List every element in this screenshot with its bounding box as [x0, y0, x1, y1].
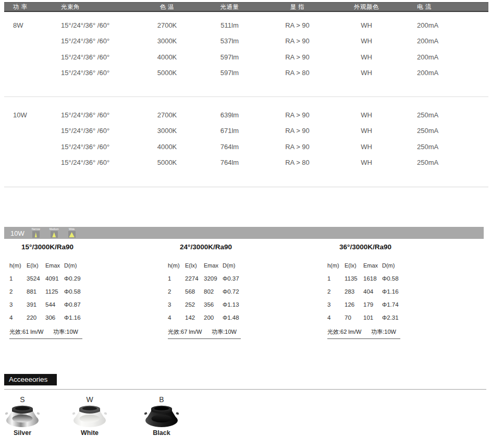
cell-appearance: WH — [333, 69, 400, 77]
accessory-code: S — [5, 395, 40, 404]
beam-icon-label: Wide — [69, 227, 75, 231]
beam-icon-label: Medium — [50, 227, 59, 231]
photometric-section: 10W Narrow Medium Wide 15°/3000K/Ra90 — [4, 227, 488, 342]
ph-col-d: D(m) — [223, 262, 244, 269]
cell-flux: 537lm — [197, 37, 262, 45]
cell-cri: RA > 80 — [262, 69, 333, 77]
accessory-label: Black — [144, 429, 179, 437]
power-value: 功率:10W — [53, 328, 82, 336]
ph-cell: Φ0.29 — [64, 275, 85, 282]
cell-flux: 597lm — [197, 69, 262, 77]
col-header-beam-angle: 光束角 — [54, 3, 137, 11]
ph-cell: 544 — [45, 301, 64, 308]
narrow-beam-icon: Narrow — [32, 227, 40, 238]
spec-table-section: 功 率 光束角 色 温 光通量 显 指 外观颜色 电 流 8W 15°/24°/… — [4, 2, 488, 81]
ph-cell: 4 — [168, 314, 185, 321]
ph-cell: 568 — [185, 288, 204, 295]
ph-cell: 126 — [345, 301, 363, 308]
ph-cell: 356 — [204, 301, 223, 308]
ph-cell: 70 — [345, 314, 363, 321]
beam-cone-icon — [68, 231, 76, 238]
table-row: 15°/24°/36° /60° 4000K 764lm RA > 90 WH … — [4, 139, 488, 155]
beam-icon-label: Narrow — [32, 227, 40, 231]
ph-cell: 142 — [185, 314, 204, 321]
cell-cri: RA > 90 — [262, 37, 333, 45]
accessory-label: White — [72, 429, 107, 437]
medium-beam-icon: Medium — [50, 227, 59, 238]
col-header-appearance: 外观颜色 — [333, 3, 400, 11]
col-header-cri: 显 指 — [262, 3, 333, 11]
photometric-grid: h(m) E(lx) Emax D(m) 1 2274 3209 Φ0.37 2… — [168, 259, 244, 324]
cell-flux: 597lm — [197, 53, 262, 61]
col-header-flux: 光通量 — [197, 3, 262, 11]
ph-cell: 1618 — [363, 275, 382, 282]
power-banner-label: 10W — [10, 229, 24, 237]
photometric-grid: h(m) E(lx) Emax D(m) 1 1135 1618 Φ0.58 2… — [327, 259, 403, 324]
ph-cell: Φ2.31 — [382, 314, 403, 321]
power-value: 功率:10W — [371, 328, 400, 336]
table-row: 15°/24°/36° /60° 3000K 671lm RA > 90 WH … — [4, 123, 488, 139]
cell-appearance: WH — [333, 159, 400, 166]
ph-cell: Φ1.16 — [382, 288, 403, 295]
ph-cell: 220 — [27, 314, 45, 321]
ph-cell: 391 — [27, 301, 45, 308]
ph-cell: Φ0.37 — [223, 275, 244, 282]
ph-cell: 306 — [45, 314, 64, 321]
cell-appearance: WH — [333, 53, 400, 61]
ph-cell: 1 — [168, 275, 185, 282]
table-row: 8W 15°/24°/36° /60° 2700K 511lm RA > 90 … — [4, 17, 488, 33]
accessory-code: W — [72, 395, 107, 404]
table-row: 15°/24°/36° /60° 5000K 597lm RA > 80 WH … — [4, 65, 488, 81]
ph-cell: 3209 — [204, 275, 223, 282]
photometric-table-title: 36°/3000K/Ra90 — [327, 243, 403, 251]
cell-cct: 5000K — [137, 69, 197, 77]
beam-cone-icon — [51, 231, 58, 238]
ph-col-d: D(m) — [382, 262, 403, 269]
ph-cell: 3 — [9, 301, 27, 308]
accessory-white: W — [72, 395, 107, 437]
ph-cell: 3 — [327, 301, 345, 308]
efficacy-value: 光效:61 lm/W — [9, 328, 43, 336]
section-divider — [4, 96, 488, 97]
cell-cri: RA > 80 — [262, 159, 333, 166]
accessories-divider — [4, 389, 486, 390]
accessory-label: Silver — [5, 429, 40, 437]
table-row: 10W 15°/24°/36° /60° 2700K 639lm RA > 90… — [4, 107, 488, 123]
cell-beam-angle: 15°/24°/36° /60° — [54, 37, 137, 45]
accessory-code: B — [144, 395, 179, 404]
ph-cell: 252 — [185, 301, 204, 308]
ph-cell: 404 — [363, 288, 382, 295]
photometric-table-36deg: 36°/3000K/Ra90 h(m) E(lx) Emax D(m) 1 11… — [327, 243, 403, 339]
beam-icons: Narrow Medium Wide — [32, 227, 76, 238]
datasheet-page: 功 率 光束角 色 温 光通量 显 指 外观颜色 电 流 8W 15°/24°/… — [0, 0, 491, 448]
photometric-table-15deg: 15°/3000K/Ra90 h(m) E(lx) Emax D(m) 1 35… — [9, 243, 85, 339]
section-divider — [4, 187, 488, 187]
accessory-silver: S — [5, 395, 40, 437]
ph-cell: 881 — [27, 288, 45, 295]
cell-cct: 2700K — [137, 21, 197, 29]
table-row: 15°/24°/36° /60° 5000K 764lm RA > 80 WH … — [4, 155, 488, 171]
cell-cct: 4000K — [137, 143, 197, 151]
cell-beam-angle: 15°/24°/36° /60° — [54, 53, 137, 61]
cell-appearance: WH — [333, 111, 400, 119]
cell-beam-angle: 15°/24°/36° /60° — [54, 21, 137, 29]
ph-cell: Φ1.13 — [223, 301, 244, 308]
ph-cell: Φ1.74 — [382, 301, 403, 308]
white-trim-image — [72, 405, 107, 428]
spec-rows-8w: 8W 15°/24°/36° /60° 2700K 511lm RA > 90 … — [4, 17, 488, 81]
ph-cell: Φ0.58 — [382, 275, 403, 282]
beam-cone-icon — [32, 231, 40, 238]
efficacy-value: 光效:67 lm/W — [168, 328, 202, 336]
accessories-title: Acceeeories — [4, 374, 57, 385]
ph-cell: 4 — [327, 314, 345, 321]
ph-col-emax: Emax — [45, 262, 64, 269]
photometric-grid: h(m) E(lx) Emax D(m) 1 3524 4091 Φ0.29 2… — [9, 259, 85, 324]
power-value: 功率:10W — [212, 328, 241, 336]
photometric-footer: 光效:62 lm/W 功率:10W — [327, 328, 400, 339]
photometric-footer: 光效:67 lm/W 功率:10W — [168, 328, 241, 339]
cell-cri: RA > 90 — [262, 111, 333, 119]
table-row: 15°/24°/36° /60° 4000K 597lm RA > 90 WH … — [4, 49, 488, 65]
cell-cri: RA > 90 — [262, 21, 333, 29]
accessories-section: Acceeeories S — [4, 374, 488, 444]
photometric-table-title: 15°/3000K/Ra90 — [9, 243, 85, 251]
